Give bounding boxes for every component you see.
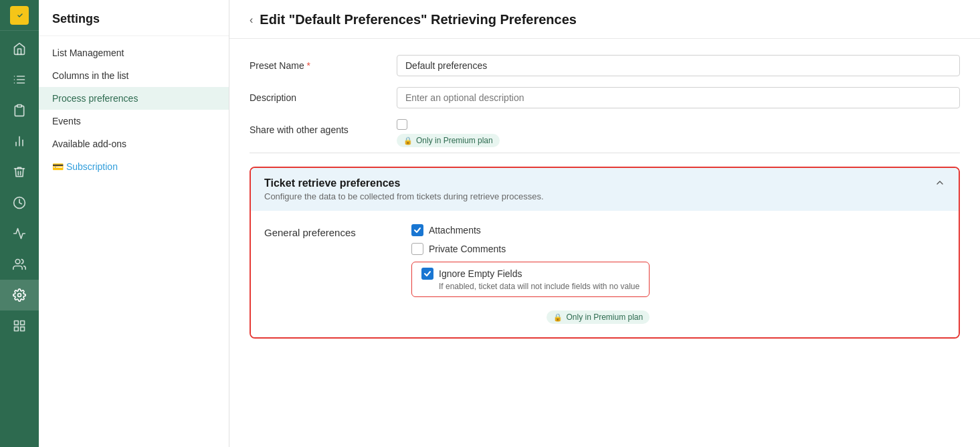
preset-name-input[interactable] bbox=[397, 55, 960, 76]
svg-point-12 bbox=[18, 294, 21, 297]
sidebar-item-available-add-ons[interactable]: Available add-ons bbox=[39, 132, 229, 155]
ticket-premium-text: Only in Premium plan bbox=[566, 312, 643, 322]
share-row: Share with other agents 🔒 Only in Premiu… bbox=[250, 119, 960, 147]
graph-nav-icon[interactable] bbox=[0, 218, 39, 249]
sidebar-menu: List Management Columns in the list Proc… bbox=[39, 36, 229, 183]
sidebar-item-events[interactable]: Events bbox=[39, 110, 229, 132]
sidebar-title: Settings bbox=[39, 0, 229, 36]
share-premium-badge: 🔒 Only in Premium plan bbox=[397, 134, 500, 147]
collapse-icon[interactable] bbox=[935, 177, 945, 190]
clipboard-nav-icon[interactable] bbox=[0, 95, 39, 126]
share-right: 🔒 Only in Premium plan bbox=[397, 119, 500, 147]
main-content: ‹ Edit "Default Preferences" Retrieving … bbox=[229, 0, 980, 447]
ticket-lock-icon: 🔒 bbox=[553, 313, 563, 322]
private-comments-label: Private Comments bbox=[429, 244, 506, 254]
svg-rect-14 bbox=[21, 321, 25, 325]
ignore-empty-checkbox[interactable] bbox=[421, 268, 433, 280]
description-row: Description bbox=[250, 87, 960, 108]
ignore-empty-label: Ignore Empty Fields bbox=[439, 268, 522, 279]
private-comments-checkbox[interactable] bbox=[411, 243, 423, 255]
share-checkbox[interactable] bbox=[397, 119, 407, 130]
sidebar-item-subscription[interactable]: 💳 Subscription bbox=[39, 155, 229, 178]
attachments-checkbox[interactable] bbox=[411, 224, 423, 236]
general-prefs-row: General preferences Attachments Pr bbox=[264, 224, 945, 324]
preset-name-label: Preset Name * bbox=[250, 55, 383, 71]
ticket-section-subtitle: Configure the data to be collected from … bbox=[264, 191, 544, 201]
ticket-section-title: Ticket retrieve preferences bbox=[264, 177, 544, 189]
share-premium-text: Only in Premium plan bbox=[416, 136, 493, 145]
description-label: Description bbox=[250, 87, 383, 103]
sidebar-item-columns-in-list[interactable]: Columns in the list bbox=[39, 64, 229, 87]
home-nav-icon[interactable] bbox=[0, 33, 39, 64]
attachments-label: Attachments bbox=[429, 225, 481, 236]
users-nav-icon[interactable] bbox=[0, 249, 39, 280]
trash-nav-icon[interactable] bbox=[0, 157, 39, 187]
sidebar-item-list-management[interactable]: List Management bbox=[39, 41, 229, 64]
grid-nav-icon[interactable] bbox=[0, 310, 39, 341]
clock-nav-icon[interactable] bbox=[0, 187, 39, 218]
ticket-section-body: General preferences Attachments Pr bbox=[251, 211, 959, 337]
logo-shield bbox=[10, 6, 29, 25]
ignore-empty-description: If enabled, ticket data will not include… bbox=[421, 282, 640, 291]
ignore-empty-row: Ignore Empty Fields bbox=[421, 268, 640, 280]
general-prefs-label: General preferences bbox=[264, 224, 385, 238]
ignore-empty-fields-box: Ignore Empty Fields If enabled, ticket d… bbox=[411, 262, 650, 297]
ticket-premium-badge: 🔒 Only in Premium plan bbox=[547, 310, 650, 324]
sidebar: Settings List Management Columns in the … bbox=[39, 0, 229, 447]
chart-nav-icon[interactable] bbox=[0, 126, 39, 157]
icon-bar-nav bbox=[0, 33, 39, 447]
share-label: Share with other agents bbox=[250, 119, 383, 135]
prefs-options: Attachments Private Comments bbox=[411, 224, 650, 324]
main-header: ‹ Edit "Default Preferences" Retrieving … bbox=[229, 0, 980, 39]
lock-icon: 🔒 bbox=[403, 137, 413, 145]
icon-bar bbox=[0, 0, 39, 447]
ticket-section-header-text: Ticket retrieve preferences Configure th… bbox=[264, 177, 544, 201]
svg-rect-16 bbox=[15, 327, 19, 331]
description-input[interactable] bbox=[397, 87, 960, 108]
premium-footer-row: 🔒 Only in Premium plan bbox=[411, 310, 650, 324]
form-area: Preset Name * Description Share with oth… bbox=[229, 39, 980, 368]
sidebar-item-process-preferences[interactable]: Process preferences bbox=[39, 87, 229, 110]
attachments-item: Attachments bbox=[411, 224, 650, 236]
settings-nav-icon[interactable] bbox=[0, 280, 39, 310]
svg-point-11 bbox=[15, 260, 20, 264]
page-title: Edit "Default Preferences" Retrieving Pr… bbox=[260, 12, 577, 27]
back-button[interactable]: ‹ bbox=[250, 14, 253, 26]
svg-rect-15 bbox=[21, 327, 25, 331]
ticket-section-header: Ticket retrieve preferences Configure th… bbox=[251, 168, 959, 211]
credit-card-icon: 💳 bbox=[52, 161, 66, 172]
required-indicator: * bbox=[307, 60, 310, 71]
list-nav-icon[interactable] bbox=[0, 64, 39, 95]
preset-name-row: Preset Name * bbox=[250, 55, 960, 76]
svg-rect-6 bbox=[17, 105, 22, 107]
section-divider bbox=[250, 153, 960, 153]
private-comments-item: Private Comments bbox=[411, 243, 650, 255]
app-logo bbox=[0, 0, 39, 31]
share-checkbox-row bbox=[397, 119, 500, 130]
svg-rect-13 bbox=[15, 321, 19, 325]
ticket-retrieve-section: Ticket retrieve preferences Configure th… bbox=[250, 167, 960, 339]
